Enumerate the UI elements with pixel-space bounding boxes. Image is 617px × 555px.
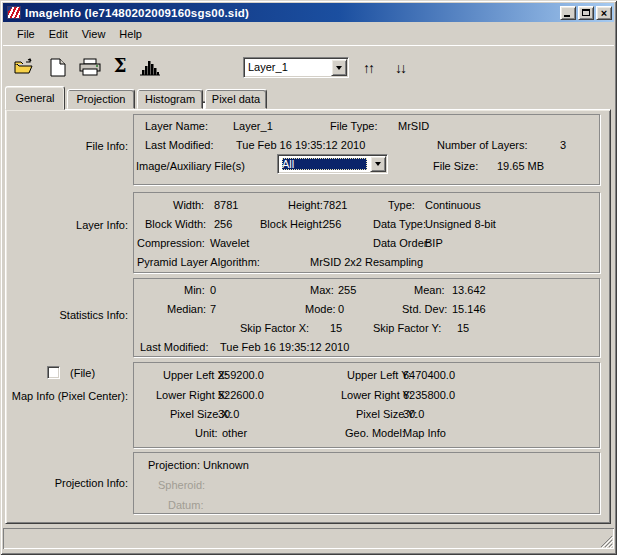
map-info-section-label: Map Info (Pixel Center): [8,390,128,402]
skip-factor-x-label: Skip Factor X: [240,322,309,334]
data-type-value: Unsigned 8-bit [425,218,496,230]
skip-factor-y-label: Skip Factor Y: [373,322,441,334]
lower-right-y-label: Lower Right Y: [341,389,412,401]
projection-value: Unknown [203,459,249,471]
dropdown-arrow-icon [375,162,381,166]
layer-info-section-label: Layer Info: [8,219,128,231]
spheroid-label: Spheroid: [158,479,205,491]
aux-files-label: Image/Auxiliary File(s) [136,160,245,172]
print-button[interactable] [77,55,103,79]
printer-icon [79,58,101,76]
menu-bar: File Edit View Help [3,24,614,44]
imageinfo-window: ImageInfo (le71480202009160sgs00.sid) × … [0,0,617,555]
data-type-label: Data Type: [373,218,426,230]
mean-label: Mean: [414,284,445,296]
aux-files-select-value: All [282,158,367,170]
close-icon: × [601,8,607,18]
file-size-value: 19.65 MB [497,160,544,172]
pixel-size-y-value: 30.0 [403,408,424,420]
projection-label: Projection: [148,459,200,471]
menu-file[interactable]: File [10,26,42,42]
stats-last-modified-label: Last Modified: [140,341,208,353]
tab-general[interactable]: General [5,86,65,110]
open-folder-icon [13,58,35,76]
aux-files-select[interactable]: All [277,154,388,174]
new-button[interactable] [45,55,71,79]
compression-value: Wavelet [210,237,249,249]
mode-value: 0 [338,303,344,315]
menu-help[interactable]: Help [112,26,149,42]
layer-name-label: Layer Name: [145,120,208,132]
skip-factor-y-value: 15 [457,322,469,334]
aux-files-dropdown-button[interactable] [370,156,386,172]
tab-histogram-label: Histogram [145,93,195,105]
file-size-label: File Size: [433,160,478,172]
layer-select[interactable]: Layer_1 [243,57,349,78]
maximize-button[interactable] [578,6,594,20]
layer-select-value: Layer_1 [248,61,328,74]
block-width-label: Block Width: [145,218,206,230]
max-value: 255 [338,284,356,296]
file-type-value: MrSID [398,120,429,132]
pyramid-label: Pyramid Layer Algorithm: [137,256,260,268]
min-value: 0 [210,284,216,296]
app-icon [7,6,21,19]
width-label: Width: [173,199,204,211]
tab-pixel-data[interactable]: Pixel data [205,89,267,109]
compression-label: Compression: [137,237,205,249]
upper-left-x-value: 259200.0 [218,369,264,381]
mean-value: 13.642 [452,284,486,296]
std-dev-label: Std. Dev: [402,303,447,315]
open-button[interactable] [11,55,37,79]
layers-down-icon: ↓↓ [395,61,405,75]
max-label: Max: [310,284,334,296]
block-height-label: Block Height: [260,218,325,230]
projection-info-section-label: Projection Info: [8,477,128,489]
number-of-layers-value: 3 [560,139,566,151]
histogram-button[interactable] [137,55,163,79]
tab-projection[interactable]: Projection [67,89,135,109]
data-order-value: BIP [425,237,443,249]
block-width-value: 256 [214,218,232,230]
number-of-layers-label: Number of Layers: [437,139,527,151]
status-bar [3,528,614,549]
file-checkbox-label: (File) [70,367,95,379]
pyramid-value: MrSID 2x2 Resampling [310,256,423,268]
resize-grip[interactable] [600,535,613,548]
menu-view[interactable]: View [75,26,113,42]
histogram-icon [139,58,161,76]
upper-left-y-label: Upper Left Y: [347,369,411,381]
file-info-section-label: File Info: [8,140,128,152]
layer-select-dropdown-button[interactable] [331,59,347,76]
tab-general-label: General [15,92,54,104]
file-checkbox[interactable] [47,366,60,379]
layers-up-icon: ↑↑ [363,61,373,75]
file-type-label: File Type: [330,120,378,132]
menu-edit[interactable]: Edit [42,26,75,42]
statistics-button[interactable]: Σ [107,54,133,78]
layer-down-button[interactable]: ↓↓ [387,56,413,80]
data-order-label: Data Order: [373,237,430,249]
height-value: 7821 [323,199,347,211]
close-button[interactable]: × [596,6,612,20]
stats-last-modified-value: Tue Feb 16 19:35:12 2010 [220,341,349,353]
window-title: ImageInfo (le71480202009160sgs00.sid) [25,7,560,19]
type-value: Continuous [425,199,481,211]
pixel-size-x-value: 30.0 [218,408,239,420]
tab-histogram[interactable]: Histogram [137,89,203,109]
new-document-icon [50,58,66,77]
title-bar[interactable]: ImageInfo (le71480202009160sgs00.sid) × [3,3,614,22]
window-controls: × [560,6,612,20]
layer-name-value: Layer_1 [233,120,273,132]
minimize-icon [564,15,570,17]
median-label: Median: [167,303,206,315]
upper-left-y-value: 6470400.0 [403,369,455,381]
block-height-value: 256 [323,218,341,230]
file-last-modified-value: Tue Feb 16 19:35:12 2010 [236,139,365,151]
minimize-button[interactable] [560,6,576,20]
dropdown-arrow-icon [336,66,342,70]
tab-pixel-data-label: Pixel data [212,93,260,105]
layer-up-button[interactable]: ↑↑ [355,56,381,80]
toolbar: Σ Layer_1 ↑↑ [3,45,614,86]
statistics-info-section-label: Statistics Info: [8,309,128,321]
